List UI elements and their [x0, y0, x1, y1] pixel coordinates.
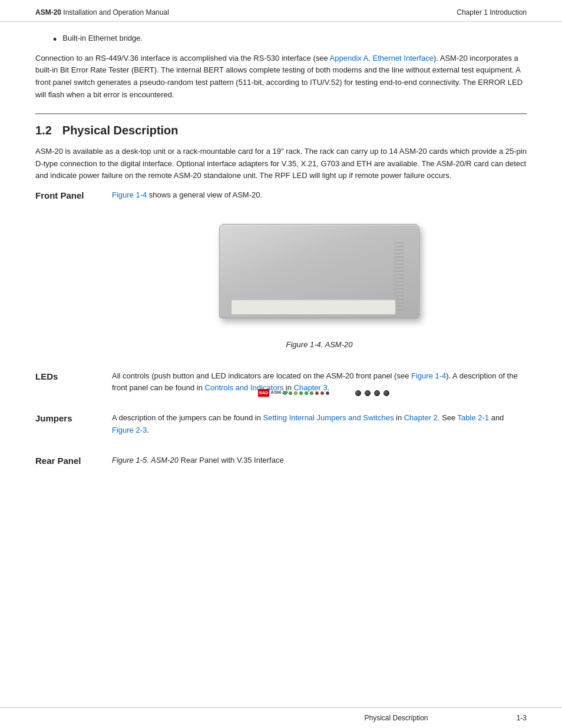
front-panel-para: Figure 1-4 shows a general view of ASM-2… — [112, 189, 527, 202]
front-panel-para-text: shows a general view of ASM-20. — [147, 190, 262, 199]
header-manual-title: Installation and Operation Manual — [61, 8, 169, 17]
vent-line — [394, 256, 404, 258]
leds-row — [283, 391, 329, 395]
led-td — [294, 391, 297, 395]
figure-2-3-link[interactable]: Figure 2-3 — [112, 426, 147, 434]
asm-device-illustration: RAD ASM-20 — [207, 212, 431, 330]
jumpers-section: Jumpers A description of the jumpers can… — [35, 412, 527, 444]
main-content: • Built-in Ethernet bridge. Connection t… — [0, 22, 562, 707]
rad-logo: RAD — [258, 389, 269, 397]
rear-panel-label: Rear Panel — [35, 454, 112, 474]
knobs-row — [355, 390, 389, 396]
vent-line — [394, 263, 404, 265]
bullet-item-ethernet: • Built-in Ethernet bridge. — [35, 34, 527, 47]
figure-1-4-container: RAD ASM-20 — [112, 212, 527, 334]
vent-line — [394, 274, 404, 275]
jumpers-para-mid: in — [394, 413, 404, 422]
section-12-body: ASM-20 is available as a desk-top unit o… — [35, 146, 527, 182]
jumpers-label: Jumpers — [35, 412, 112, 444]
page: ASM-20 Installation and Operation Manual… — [0, 0, 562, 728]
vent-line — [394, 267, 404, 268]
rear-panel-section: Rear Panel Figure 1-5. ASM-20 Rear Panel… — [35, 454, 527, 474]
footer-center: Physical Description — [276, 714, 516, 722]
page-header: ASM-20 Installation and Operation Manual… — [0, 0, 562, 22]
led-rd — [299, 391, 303, 395]
chapter-2-link[interactable]: Chapter 2 — [404, 413, 438, 422]
header-product: ASM-20 — [35, 8, 61, 17]
led-red2 — [320, 391, 324, 395]
vent-line — [394, 295, 404, 297]
jumpers-para-end: . — [147, 426, 149, 434]
leds-label: LEDs — [35, 370, 112, 402]
intro-para-pre: Connection to an RS-449/V.36 interface i… — [35, 54, 330, 62]
jumpers-para-mid3: and — [489, 413, 504, 422]
vent-line — [394, 278, 404, 279]
knob-3 — [374, 390, 380, 396]
vent-line — [394, 242, 404, 243]
jumpers-content: A description of the jumpers can be foun… — [112, 412, 527, 444]
front-panel-content: Figure 1-4 shows a general view of ASM-2… — [112, 189, 527, 359]
section-12-number: 1.2 — [35, 124, 52, 137]
rear-panel-figure-text2: Rear Panel with V.35 Interface — [178, 456, 284, 465]
led-off1 — [326, 391, 329, 395]
front-panel-section: Front Panel Figure 1-4 shows a general v… — [35, 189, 527, 359]
footer-page-number: 1-3 — [517, 714, 527, 722]
led-err — [315, 391, 319, 395]
figure-1-4-link-1[interactable]: Figure 1-4 — [112, 190, 147, 199]
intro-paragraph: Connection to an RS-449/V.36 interface i… — [35, 52, 527, 101]
vent-line — [394, 253, 404, 254]
figure-1-4-link-2[interactable]: Figure 1-4 — [411, 371, 446, 380]
knob-2 — [365, 390, 371, 396]
appendix-a-link[interactable]: Appendix A, Ethernet Interface — [330, 54, 434, 62]
led-test — [310, 391, 313, 395]
figure-1-4-caption: Figure 1-4. ASM-20 — [112, 339, 527, 351]
knob-1 — [355, 390, 361, 396]
vent-line — [394, 249, 404, 251]
device-front-panel: RAD ASM-20 — [231, 299, 396, 315]
bullet-dot: • — [53, 34, 57, 47]
jumpers-para: A description of the jumpers can be foun… — [112, 412, 527, 437]
vent-line — [394, 288, 404, 289]
rear-panel-content: Figure 1-5. ASM-20 Rear Panel with V.35 … — [112, 454, 527, 474]
vent-line — [394, 281, 404, 282]
vent-line — [394, 260, 404, 261]
vent-line — [394, 246, 404, 247]
rear-panel-para: Figure 1-5. ASM-20 Rear Panel with V.35 … — [112, 454, 527, 467]
knob-4 — [384, 390, 389, 396]
vent-line — [394, 292, 404, 293]
led-dcd — [305, 391, 308, 395]
header-left: ASM-20 Installation and Operation Manual — [35, 8, 169, 17]
leds-content: All controls (push button and LED indica… — [112, 370, 527, 402]
leds-para-pre: All controls (push button and LED indica… — [112, 371, 411, 380]
setting-jumpers-link[interactable]: Setting Internal Jumpers and Switches — [263, 413, 394, 422]
vent-line — [394, 285, 404, 286]
header-right: Chapter 1 Introduction — [457, 8, 527, 17]
table-2-1-link[interactable]: Table 2-1 — [458, 413, 489, 422]
rear-panel-figure-text: Figure 1-5. ASM-20 — [112, 456, 178, 465]
section-divider — [35, 113, 527, 114]
page-footer: Physical Description 1-3 — [0, 707, 562, 728]
section-12-title: 1.2 Physical Description — [35, 124, 527, 137]
bullet-text: Built-in Ethernet bridge. — [62, 34, 143, 42]
section-12-heading: Physical Description — [62, 124, 178, 137]
front-panel-label: Front Panel — [35, 189, 112, 359]
jumpers-para-pre: A description of the jumpers can be foun… — [112, 413, 263, 422]
vent-line — [394, 271, 404, 272]
leds-para: All controls (push button and LED indica… — [112, 370, 527, 395]
jumpers-para-mid2: . See — [438, 413, 458, 422]
led-rts — [289, 391, 292, 395]
led-pwr — [283, 391, 287, 395]
